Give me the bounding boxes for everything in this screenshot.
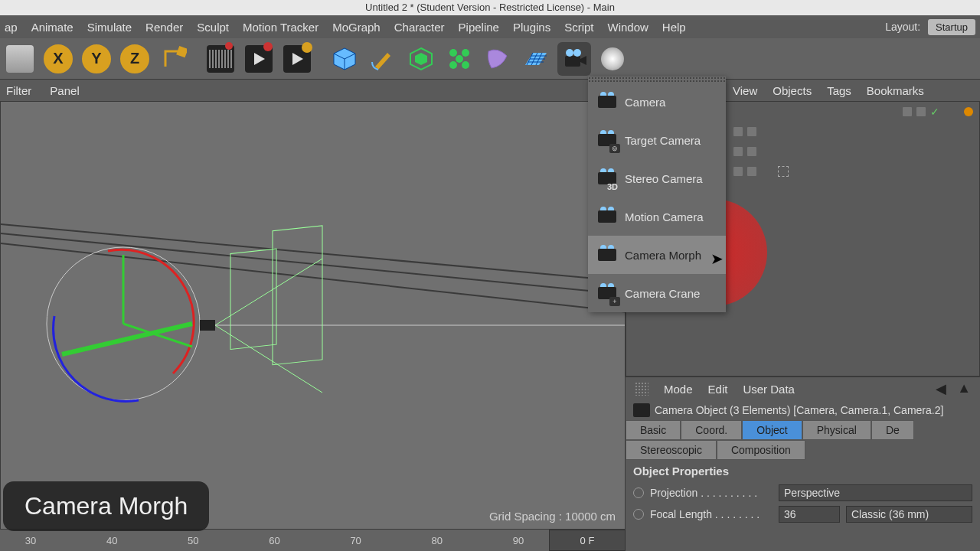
- tab-composition[interactable]: Composition: [717, 440, 805, 460]
- coord-system-tool[interactable]: [156, 42, 190, 76]
- obj-menu-bookmarks[interactable]: Bookmarks: [867, 84, 924, 97]
- grip-icon[interactable]: [588, 77, 726, 83]
- dropdown-camera-crane[interactable]: +Camera Crane: [588, 274, 726, 312]
- camera-tool-active[interactable]: [557, 42, 591, 76]
- tab-coord[interactable]: Coord.: [681, 420, 742, 440]
- focal-length-field[interactable]: 36: [779, 506, 840, 523]
- svg-point-21: [573, 49, 581, 57]
- grid-spacing-text: Grid Spacing : 10000 cm: [489, 510, 616, 523]
- viewport-filter-tab[interactable]: Filter: [6, 84, 31, 97]
- timeline-tick: 40: [106, 535, 117, 546]
- attribute-title: Camera Object (3 Elements) [Camera, Came…: [626, 400, 980, 420]
- tag-icon[interactable]: [964, 107, 973, 116]
- obj-menu-view[interactable]: View: [733, 84, 757, 97]
- attr-menu-userdata[interactable]: User Data: [743, 383, 795, 396]
- main-toolbar: X Y Z: [0, 38, 980, 80]
- tab-stereoscopic[interactable]: Stereoscopic: [626, 440, 717, 460]
- menu-script[interactable]: Script: [564, 21, 593, 34]
- menu-sculpt[interactable]: Sculpt: [197, 21, 229, 34]
- render-settings-tool[interactable]: [280, 42, 314, 76]
- dropdown-stereo-camera[interactable]: 3DStereo Camera: [588, 159, 726, 197]
- tab-details[interactable]: De: [871, 420, 914, 440]
- tab-basic[interactable]: Basic: [626, 420, 681, 440]
- axis-z-toggle[interactable]: Z: [118, 42, 152, 76]
- svg-marker-6: [415, 53, 427, 65]
- axis-y-toggle[interactable]: Y: [80, 42, 113, 76]
- camera-icon: [633, 403, 650, 417]
- attr-menu-mode[interactable]: Mode: [664, 383, 693, 396]
- dropdown-camera-morph[interactable]: Camera Morph: [588, 236, 726, 274]
- svg-rect-34: [230, 249, 276, 349]
- attr-menu-edit[interactable]: Edit: [708, 383, 728, 396]
- render-tool[interactable]: [242, 42, 276, 76]
- timeline-tick: 90: [513, 535, 524, 546]
- keyframe-radio[interactable]: [633, 487, 644, 498]
- menu-pipeline[interactable]: Pipeline: [459, 21, 499, 34]
- menu-window[interactable]: Window: [608, 21, 648, 34]
- nav-up-icon[interactable]: ▲: [957, 380, 971, 397]
- svg-point-11: [456, 55, 463, 63]
- undo-tool[interactable]: [3, 42, 37, 76]
- svg-line-32: [215, 325, 322, 393]
- menu-mograph[interactable]: MoGraph: [332, 21, 381, 34]
- visibility-check-icon[interactable]: ✓: [930, 106, 939, 118]
- svg-rect-35: [273, 226, 322, 365]
- grip-icon[interactable]: [635, 382, 648, 396]
- pen-tool[interactable]: [366, 42, 400, 76]
- menu-plugins[interactable]: Plugins: [513, 21, 550, 34]
- nav-back-icon[interactable]: ◀: [936, 380, 946, 397]
- subdivision-tool[interactable]: [404, 42, 438, 76]
- focal-length-label: Focal Length . . . . . . . .: [650, 508, 773, 520]
- menu-render[interactable]: Render: [145, 21, 183, 34]
- deformer-tool[interactable]: [481, 42, 514, 76]
- viewport-tab-bar: Filter Panel ✥ ▾: [0, 80, 626, 101]
- svg-point-7: [449, 49, 457, 57]
- cube-primitive-tool[interactable]: [328, 42, 361, 76]
- dropdown-motion-camera[interactable]: Motion Camera: [588, 197, 726, 236]
- timeline-ruler[interactable]: 30 40 50 60 70 80 90: [0, 530, 549, 551]
- attribute-manager: Mode Edit User Data ◀ ▲ Camera Object (3…: [626, 377, 980, 551]
- svg-rect-19: [565, 56, 580, 67]
- layout-label: Layout:: [885, 21, 920, 33]
- svg-point-9: [449, 61, 457, 69]
- obj-menu-tags[interactable]: Tags: [827, 84, 851, 97]
- floor-tool[interactable]: [519, 42, 553, 76]
- axis-x-toggle[interactable]: X: [41, 42, 75, 76]
- svg-rect-30: [200, 320, 215, 331]
- window-title: Untitled 2 * (Student Version - Restrict…: [0, 0, 980, 15]
- tag-icon[interactable]: [778, 166, 789, 177]
- render-view-tool[interactable]: [204, 42, 237, 76]
- dropdown-target-camera[interactable]: ⊚Target Camera: [588, 121, 726, 159]
- light-tool[interactable]: [596, 42, 629, 76]
- focal-preset-dropdown[interactable]: Classic (36 mm): [846, 506, 972, 523]
- menu-help[interactable]: Help: [662, 21, 686, 34]
- perspective-viewport[interactable]: Grid Spacing : 10000 cm: [0, 101, 626, 530]
- keyframe-radio[interactable]: [633, 509, 644, 520]
- array-tool[interactable]: [443, 42, 476, 76]
- current-frame-field[interactable]: 0 F: [549, 530, 626, 551]
- obj-menu-objects[interactable]: Objects: [773, 84, 812, 97]
- tutorial-caption: Camera Morgh: [3, 481, 209, 531]
- menu-animate[interactable]: Animate: [31, 21, 74, 34]
- camera-dropdown-menu: Camera ⊚Target Camera 3DStereo Camera Mo…: [588, 77, 726, 312]
- timeline-tick: 80: [432, 535, 443, 546]
- viewport-scene: [1, 102, 626, 530]
- svg-line-25: [1, 243, 626, 312]
- menu-simulate[interactable]: Simulate: [87, 21, 132, 34]
- svg-point-20: [566, 49, 573, 57]
- tab-object[interactable]: Object: [742, 420, 802, 440]
- svg-rect-0: [176, 45, 187, 57]
- dropdown-camera[interactable]: Camera: [588, 83, 726, 121]
- timeline-tick: 60: [269, 535, 279, 546]
- tab-physical[interactable]: Physical: [802, 420, 871, 440]
- svg-point-8: [462, 49, 469, 57]
- timeline-tick: 30: [25, 535, 36, 546]
- svg-point-10: [462, 61, 469, 69]
- menu-character[interactable]: Character: [394, 21, 445, 34]
- projection-dropdown[interactable]: Perspective: [779, 484, 972, 501]
- viewport-panel-tab[interactable]: Panel: [50, 84, 79, 97]
- timeline-tick: 50: [188, 535, 198, 546]
- menu-motion-tracker[interactable]: Motion Tracker: [243, 21, 318, 34]
- layout-selector[interactable]: Startup: [928, 19, 975, 35]
- menu-ap[interactable]: ap: [5, 21, 18, 34]
